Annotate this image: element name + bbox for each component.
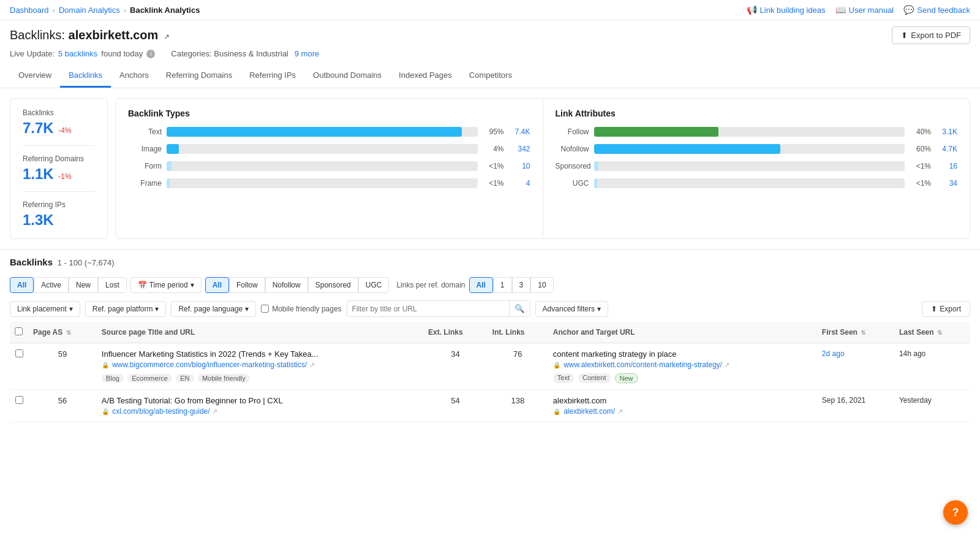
link-placement-dropdown[interactable]: Link placement ▾	[10, 301, 80, 317]
ugc-value[interactable]: 34	[936, 179, 957, 188]
breadcrumb-sep-2: ›	[124, 6, 126, 15]
th-anchor-target: Anchor and Target URL	[548, 322, 817, 343]
links-per-1-button[interactable]: 1	[493, 277, 512, 293]
links-per-label: Links per ref. domain	[396, 281, 465, 289]
links-per-all-button[interactable]: All	[469, 277, 493, 293]
advanced-filters-button[interactable]: Advanced filters ▾	[535, 301, 608, 317]
mobile-friendly-checkbox[interactable]	[261, 305, 269, 313]
tab-referring-ips[interactable]: Referring IPs	[241, 64, 304, 88]
categories-more-link[interactable]: 9 more	[295, 49, 319, 58]
tab-referring-domains[interactable]: Referring Domains	[157, 64, 241, 88]
text-backlinks-value[interactable]: 7.4K	[509, 128, 530, 136]
user-manual-link[interactable]: 📖 User manual	[835, 5, 894, 15]
mobile-friendly-checkbox-label[interactable]: Mobile friendly pages	[261, 305, 341, 313]
backlinks-count-link[interactable]: 5 backlinks	[58, 49, 97, 58]
tab-backlinks[interactable]: Backlinks	[60, 64, 111, 88]
referring-domains-stat: Referring Domains 1.1K -1%	[23, 154, 95, 183]
found-text: found today	[101, 49, 143, 58]
info-icon[interactable]: i	[146, 50, 155, 58]
row1-source: Influencer Marketing Statistics in 2022 …	[97, 343, 423, 390]
link-type-ugc-button[interactable]: UGC	[358, 277, 390, 293]
breadcrumb-item-dashboard[interactable]: Dashboard	[10, 6, 49, 15]
row2-anchor: alexbirkett.com	[553, 396, 812, 405]
nofollow-value[interactable]: 4.7K	[936, 145, 957, 153]
th-last-seen[interactable]: Last Seen ⇅	[894, 322, 970, 343]
chevron-down-icon-5: ▾	[597, 305, 601, 313]
referring-domains-label: Referring Domains	[23, 154, 95, 163]
tab-indexed-pages[interactable]: Indexed Pages	[390, 64, 461, 88]
row2-ext-links: 54	[423, 390, 488, 422]
links-per-10-button[interactable]: 10	[530, 277, 553, 293]
tab-overview[interactable]: Overview	[10, 64, 60, 88]
external-link-icon[interactable]: ↗	[164, 32, 170, 41]
breadcrumb: Dashboard › Domain Analytics › Backlink …	[10, 6, 200, 15]
calendar-icon: 📅	[138, 281, 147, 289]
sort-icon-first-seen: ⇅	[861, 329, 865, 336]
th-first-seen[interactable]: First Seen ⇅	[817, 322, 894, 343]
row1-url[interactable]: www.bigcommerce.com/blog/influencer-mark…	[112, 360, 307, 369]
top-actions: 📢 Link building ideas 📖 User manual 💬 Se…	[747, 5, 970, 15]
filter-bar-2: Link placement ▾ Ref. page platform ▾ Re…	[10, 298, 970, 322]
row2-target-url[interactable]: alexbirkett.com/	[564, 407, 615, 416]
send-feedback-link[interactable]: 💬 Send feedback	[903, 5, 970, 15]
ref-page-language-dropdown[interactable]: Ref. page language ▾	[171, 301, 256, 317]
row1-tag-blog: Blog	[102, 374, 124, 383]
page-title-area: Backlinks: alexbirkett.com ↗	[10, 28, 170, 42]
tabs-bar: Overview Backlinks Anchors Referring Dom…	[0, 64, 980, 88]
link-type-nofollow-button[interactable]: Nofollow	[265, 277, 308, 293]
filter-all-button[interactable]: All	[10, 277, 34, 293]
row2-title: A/B Testing Tutorial: Go from Beginner t…	[102, 396, 418, 405]
row2-url[interactable]: cxl.com/blog/ab-testing-guide/	[112, 407, 209, 416]
lock-icon-target-2: 🔒	[553, 408, 560, 415]
link-type-all-button[interactable]: All	[205, 277, 229, 293]
lock-icon-1: 🔒	[102, 362, 109, 368]
comment-icon: 💬	[903, 5, 914, 15]
export-to-pdf-button[interactable]: ⬆ Export to PDF	[892, 26, 970, 44]
referring-domains-change: -1%	[58, 172, 71, 181]
sort-icon-last-seen: ⇅	[937, 329, 942, 336]
form-backlinks-value[interactable]: 10	[509, 162, 530, 170]
follow-value[interactable]: 3.1K	[936, 128, 957, 136]
filter-bar-1: All Active New Lost 📅 Time period ▾ All …	[10, 272, 970, 298]
stats-section: Backlinks 7.7K -4% Referring Domains 1.1…	[0, 88, 980, 249]
frame-backlinks-value[interactable]: 4	[509, 179, 530, 188]
filter-active-button[interactable]: Active	[34, 277, 69, 293]
row1-int-links: 76	[488, 343, 548, 390]
th-page-as[interactable]: Page AS ⇅	[28, 322, 97, 343]
tab-competitors[interactable]: Competitors	[461, 64, 521, 88]
chevron-down-icon-4: ▾	[245, 305, 249, 313]
referring-ips-stat: Referring IPs 1.3K	[23, 200, 95, 229]
search-input[interactable]	[347, 302, 509, 316]
domain-name: alexbirkett.com	[69, 28, 159, 42]
row2-checkbox[interactable]	[15, 396, 23, 404]
row1-tag-mobile: Mobile friendly	[198, 374, 250, 383]
filter-new-button[interactable]: New	[69, 277, 98, 293]
breadcrumb-item-domain-analytics[interactable]: Domain Analytics	[59, 6, 120, 15]
select-all-checkbox[interactable]	[15, 327, 23, 335]
th-source-page: Source page Title and URL	[97, 322, 423, 343]
links-per-3-button[interactable]: 3	[512, 277, 531, 293]
row1-tag-text: Text	[553, 373, 574, 383]
ref-page-platform-dropdown[interactable]: Ref. page platform ▾	[85, 301, 167, 317]
link-building-ideas-link[interactable]: 📢 Link building ideas	[747, 5, 826, 15]
filter-lost-button[interactable]: Lost	[98, 277, 127, 293]
link-type-follow-button[interactable]: Follow	[229, 277, 265, 293]
export-table-button[interactable]: ⬆ Export	[922, 301, 970, 317]
image-backlinks-value[interactable]: 342	[509, 145, 530, 153]
sponsored-value[interactable]: 16	[936, 162, 957, 170]
link-type-sponsored-button[interactable]: Sponsored	[308, 277, 358, 293]
row2-source: A/B Testing Tutorial: Go from Beginner t…	[97, 390, 423, 422]
row1-tag-ecommerce: Ecommerce	[127, 374, 172, 383]
referring-domains-value: 1.1K	[23, 166, 54, 182]
row1-tag-en: EN	[176, 374, 194, 383]
row1-checkbox-cell	[10, 343, 28, 390]
time-period-button[interactable]: 📅 Time period ▾	[130, 277, 202, 293]
tab-anchors[interactable]: Anchors	[111, 64, 157, 88]
tab-outbound-domains[interactable]: Outbound Domains	[304, 64, 390, 88]
search-button[interactable]: 🔍	[509, 301, 530, 316]
stats-card: Backlinks 7.7K -4% Referring Domains 1.1…	[10, 98, 108, 239]
links-per-group: All 1 3 10	[469, 277, 554, 293]
row1-checkbox[interactable]	[15, 349, 23, 357]
row2-checkbox-cell	[10, 390, 28, 422]
row1-target-url[interactable]: www.alexbirkett.com/content-marketing-st…	[564, 360, 722, 369]
